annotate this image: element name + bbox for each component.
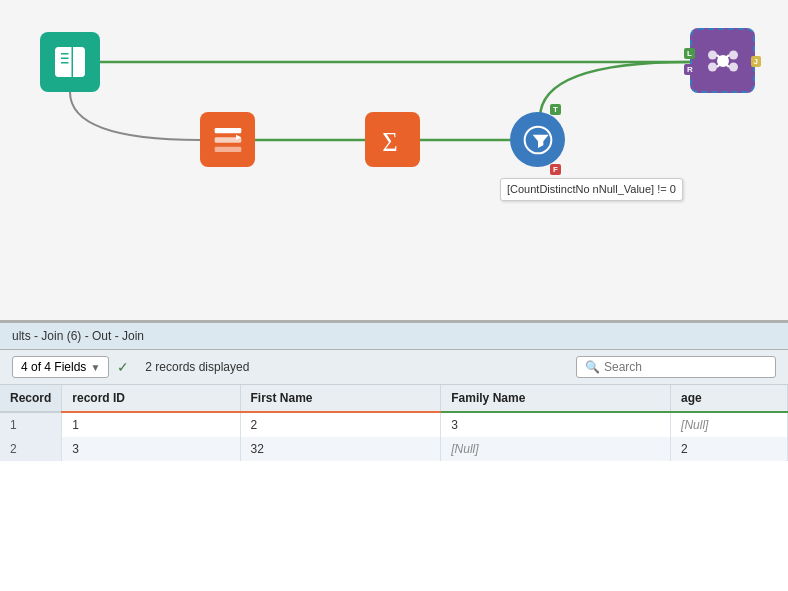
col-header-record: Record: [0, 385, 62, 412]
port-right: R: [684, 64, 696, 75]
search-box[interactable]: 🔍: [576, 356, 776, 378]
table-row: 2 3 32 [Null] 2: [0, 437, 788, 461]
results-title: ults - Join (6) - Out - Join: [12, 329, 144, 343]
table-body: 1 1 2 3 [Null] 2 3 32 [Null] 2: [0, 412, 788, 461]
cell-familyname-2: [Null]: [441, 437, 671, 461]
svg-point-9: [708, 50, 717, 59]
results-toolbar: 4 of 4 Fields ▼ ✓ 2 records displayed 🔍: [0, 350, 788, 385]
checkmark-icon: ✓: [117, 359, 129, 375]
chevron-down-icon: ▼: [90, 362, 100, 373]
results-panel: ults - Join (6) - Out - Join 4 of 4 Fiel…: [0, 320, 788, 591]
col-header-recordid: record ID: [62, 385, 240, 412]
results-header: ults - Join (6) - Out - Join: [0, 323, 788, 350]
svg-text:Σ: Σ: [382, 126, 398, 155]
svg-point-12: [729, 62, 738, 71]
fields-dropdown[interactable]: 4 of 4 Fields ▼: [12, 356, 109, 378]
cell-record-1: 1: [0, 412, 62, 437]
filter-condition-label: [CountDistinctNo nNull_Value] != 0: [500, 178, 683, 201]
select-fields-node[interactable]: [200, 112, 255, 167]
filter-node[interactable]: T F: [510, 112, 565, 167]
svg-point-11: [708, 62, 717, 71]
summarize-node[interactable]: Σ: [365, 112, 420, 167]
col-header-firstname: First Name: [240, 385, 441, 412]
join-node[interactable]: L R J: [690, 28, 755, 93]
select-icon: [212, 124, 244, 156]
cell-age-1: [Null]: [671, 412, 788, 437]
cell-record-2: 2: [0, 437, 62, 461]
summarize-icon: Σ: [377, 124, 409, 156]
table-row: 1 1 2 3 [Null]: [0, 412, 788, 437]
book-icon: [52, 44, 88, 80]
port-join: J: [751, 56, 761, 67]
col-header-age: age: [671, 385, 788, 412]
cell-age-2: 2: [671, 437, 788, 461]
svg-rect-3: [214, 128, 241, 133]
cell-familyname-1: 3: [441, 412, 671, 437]
cell-recordid-2: 3: [62, 437, 240, 461]
search-input[interactable]: [604, 360, 754, 374]
table-header: Record record ID First Name Family Name …: [0, 385, 788, 412]
svg-rect-5: [214, 146, 241, 151]
cell-firstname-1: 2: [240, 412, 441, 437]
workflow-canvas: Σ T F L R J [CountDistinctNo nNull_Value…: [0, 0, 788, 320]
join-icon: [705, 43, 741, 79]
records-count: 2 records displayed: [145, 360, 249, 374]
svg-point-10: [729, 50, 738, 59]
port-left: L: [684, 48, 695, 59]
filter-icon: [522, 124, 554, 156]
port-false: F: [550, 164, 561, 175]
search-icon: 🔍: [585, 360, 600, 374]
cell-recordid-1: 1: [62, 412, 240, 437]
col-header-familyname: Family Name: [441, 385, 671, 412]
data-table-wrapper: Record record ID First Name Family Name …: [0, 385, 788, 591]
cell-firstname-2: 32: [240, 437, 441, 461]
fields-label: 4 of 4 Fields: [21, 360, 86, 374]
port-true: T: [550, 104, 561, 115]
data-table: Record record ID First Name Family Name …: [0, 385, 788, 461]
book-node[interactable]: [40, 32, 100, 92]
